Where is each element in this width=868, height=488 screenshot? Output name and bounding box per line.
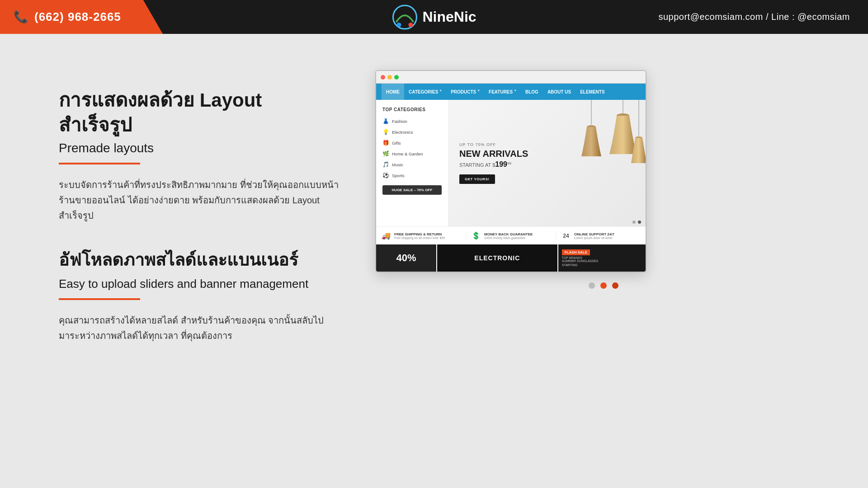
top-bar: 📞 (662) 968-2665 NineNic support@ecomsia… [0, 0, 868, 34]
page-dot-1[interactable] [589, 282, 595, 289]
garden-icon: 🌿 [382, 150, 389, 157]
svg-point-2 [396, 23, 401, 27]
main-content: การแสดงผลด้วย Layout สำเร็จรูป Premade l… [0, 34, 868, 343]
page-carousel [375, 282, 832, 289]
page-dot-3[interactable] [612, 282, 618, 289]
logo-wrapper: NineNic [392, 4, 476, 30]
section2-title-en: Easy to upload sliders and banner manage… [59, 277, 339, 291]
feature-support-title: ONLINE SUPPORT 24/7 [574, 232, 614, 236]
phone-icon: 📞 [14, 10, 28, 24]
feature-support-sub: Lorem ipsum dolor sit amet [574, 236, 614, 239]
feature-moneyback-texts: MONEY BACK GUARANTEE 100% money back gua… [484, 232, 533, 239]
browser-dot-red [381, 75, 385, 80]
feature-shipping-sub: Free shipping on all orders over $99 [394, 236, 445, 239]
banner-flash: FLASH SALE TOP BRANDS SUMMER SUNGLASSES … [558, 244, 646, 272]
support-icon: 24 [561, 233, 571, 239]
sidebar-item-sports[interactable]: ⚽Sports [376, 170, 448, 181]
sidebar: TOP CATEGORIES 👗Fashion 💡Electronics 🎁Gi… [376, 100, 448, 226]
feature-moneyback: 💲 MONEY BACK GUARANTEE 100% money back g… [466, 231, 556, 240]
feature-shipping-texts: FREE SHIPPING & RETURN Free shipping on … [394, 232, 445, 239]
svg-point-0 [393, 5, 416, 29]
banner-40: 40% [376, 244, 436, 272]
sidebar-item-fashion[interactable]: 👗Fashion [376, 116, 448, 127]
phone-badge: 📞 (662) 968-2665 [0, 0, 163, 34]
nav-item-home[interactable]: HOME [382, 84, 404, 100]
section2-title-thai: อัฟโหลดภาพสไลด์และแบนเนอร์ [59, 246, 339, 273]
browser-dot-yellow [387, 75, 392, 80]
hero-dot-1[interactable] [632, 221, 636, 224]
top-bar-left: 📞 (662) 968-2665 [0, 0, 163, 34]
feature-shipping: 🚚 FREE SHIPPING & RETURN Free shipping o… [376, 231, 466, 240]
hero-cta-button[interactable]: GET YOURS! [459, 174, 495, 184]
section1-title-en: Premade layouts [59, 141, 339, 155]
hero-area: UP TO 70% OFF NEW ARRIVALS STARTING AT $… [448, 100, 646, 226]
flash-starting: STARTING [562, 263, 578, 267]
bottom-banners: 40% ELECTRONIC FLASH SALE TOP BRANDS SUM… [376, 244, 646, 272]
flash-brand: TOP BRANDS [562, 256, 582, 259]
section1-title-thai: การแสดงผลด้วย Layout สำเร็จรูป [59, 88, 339, 137]
feature-support: 24 ONLINE SUPPORT 24/7 Lorem ipsum dolor… [556, 232, 646, 239]
phone-number: (662) 968-2665 [34, 10, 121, 24]
feature-support-texts: ONLINE SUPPORT 24/7 Lorem ipsum dolor si… [574, 232, 614, 239]
hero-title: NEW ARRIVALS [459, 149, 528, 159]
lamps-svg [564, 100, 646, 226]
contact-info: support@ecomsiam.com / Line : @ecomsiam [658, 12, 850, 22]
section2-desc: คุณสามารถสร้างได้หลายสไลด์ สำหรับร้านค้า… [59, 313, 339, 343]
sidebar-item-gifts[interactable]: 🎁Gifts [376, 137, 448, 148]
browser-dot-green [394, 75, 399, 80]
hero-sub: UP TO 70% OFF [459, 142, 528, 147]
feature-bar: 🚚 FREE SHIPPING & RETURN Free shipping o… [376, 226, 646, 244]
section1-divider [59, 163, 140, 164]
nav-item-elements[interactable]: ELEMENTS [576, 84, 609, 100]
feature-moneyback-title: MONEY BACK GUARANTEE [484, 232, 533, 236]
browser-frame: HOME CATEGORIES ˅ PRODUCTS ˅ FEATURES ˅ … [375, 70, 646, 272]
sidebar-item-electronics[interactable]: 💡Electronics [376, 127, 448, 137]
page-dot-2[interactable] [600, 282, 607, 289]
hero-text-area: UP TO 70% OFF NEW ARRIVALS STARTING AT $… [459, 142, 528, 184]
banner-electronic: ELECTRONIC [437, 244, 557, 272]
sidebar-sale-button[interactable]: HUGE SALE – 70% OFF [382, 185, 442, 195]
hero-dot-2[interactable] [638, 221, 641, 224]
section2-divider [59, 298, 140, 300]
right-panel: HOME CATEGORIES ˅ PRODUCTS ˅ FEATURES ˅ … [375, 70, 832, 289]
sidebar-title: TOP CATEGORIES [376, 104, 448, 116]
moneyback-icon: 💲 [472, 231, 481, 240]
music-icon: 🎵 [382, 161, 389, 168]
nav-item-about[interactable]: ABOUT US [543, 84, 576, 100]
feature-shipping-title: FREE SHIPPING & RETURN [394, 232, 445, 236]
nav-item-categories[interactable]: CATEGORIES ˅ [404, 84, 446, 100]
hero-price: STARTING AT $19999 [459, 160, 528, 169]
banner-electronic-text: ELECTRONIC [474, 254, 520, 262]
gifts-icon: 🎁 [382, 140, 389, 146]
nav-item-blog[interactable]: BLOG [521, 84, 543, 100]
nav-item-features[interactable]: FEATURES ˅ [484, 84, 521, 100]
svg-point-1 [408, 23, 413, 27]
logo-text: NineNic [422, 9, 476, 25]
logo-icon [392, 4, 418, 30]
left-panel: การแสดงผลด้วย Layout สำเร็จรูป Premade l… [59, 79, 339, 343]
nav-item-products[interactable]: PRODUCTS ˅ [446, 84, 484, 100]
sports-icon: ⚽ [382, 172, 389, 178]
section1-desc: ระบบจัดการร้านค้าที่ทรงประสิทธิภาพมากมาย… [59, 177, 339, 223]
electronics-icon: 💡 [382, 129, 389, 135]
sidebar-item-music[interactable]: 🎵Music [376, 159, 448, 170]
feature-moneyback-sub: 100% money back guarantee [484, 236, 533, 239]
shipping-icon: 🚚 [382, 231, 391, 240]
flash-sale-badge: FLASH SALE [562, 249, 590, 255]
banner-40-text: 40% [396, 252, 416, 264]
hero-slide-dots [632, 221, 641, 224]
flash-product: SUMMER SUNGLASSES [562, 259, 599, 263]
sidebar-item-garden[interactable]: 🌿Home & Garden [376, 148, 448, 159]
fashion-icon: 👗 [382, 118, 389, 124]
store-body: TOP CATEGORIES 👗Fashion 💡Electronics 🎁Gi… [376, 100, 646, 226]
store-nav: HOME CATEGORIES ˅ PRODUCTS ˅ FEATURES ˅ … [376, 84, 646, 100]
browser-topbar [376, 71, 646, 84]
hero-lamps-decoration [564, 100, 646, 226]
